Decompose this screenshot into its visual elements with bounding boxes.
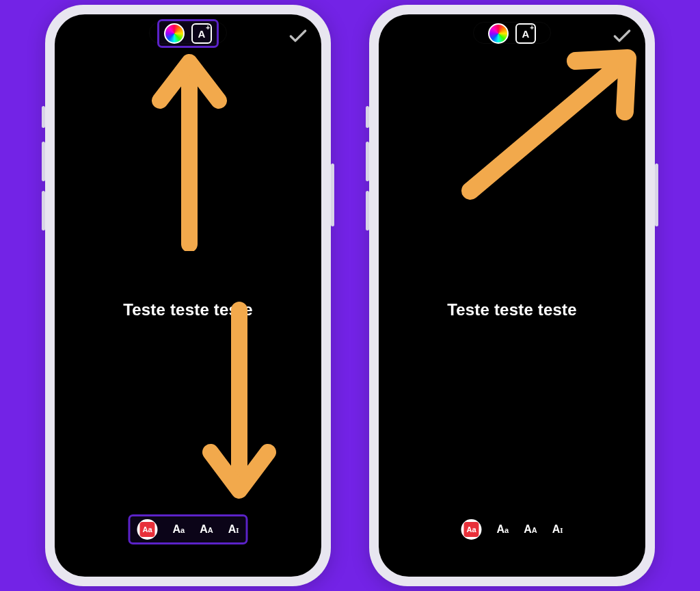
side-button	[331, 163, 334, 226]
side-button	[366, 106, 369, 128]
phone-mockup-2: A + Teste teste teste Aa Aa AA	[369, 5, 655, 586]
annotation-arrow-down	[198, 300, 280, 515]
done-check-button[interactable]	[287, 25, 309, 47]
font-option-2[interactable]: Aa	[496, 523, 509, 536]
font-option-label: Aa	[463, 522, 479, 537]
font-option-1[interactable]: Aa	[137, 519, 157, 540]
font-option-label: Aa	[139, 522, 154, 537]
text-effect-plus: +	[530, 24, 534, 31]
font-style-bar: Aa Aa AA AI	[130, 516, 245, 542]
story-text[interactable]: Teste teste teste	[379, 300, 645, 319]
side-button	[655, 163, 658, 226]
font-option-4[interactable]: AI	[552, 523, 563, 536]
font-option-1[interactable]: Aa	[461, 519, 481, 540]
side-button	[366, 191, 369, 231]
phone-screen: A + Teste teste teste Aa Aa AA	[379, 14, 645, 577]
annotation-arrow-diagonal	[447, 32, 645, 213]
phone-screen: A + Teste teste teste	[55, 14, 321, 577]
font-option-3[interactable]: AA	[524, 523, 537, 536]
svg-line-2	[470, 68, 617, 191]
story-text[interactable]: Teste teste teste	[55, 300, 321, 319]
side-button	[42, 106, 45, 128]
font-option-3[interactable]: AA	[200, 523, 213, 536]
font-option-4[interactable]: AI	[228, 523, 239, 536]
phone-mockup-1: A + Teste teste teste	[45, 5, 331, 586]
font-option-2[interactable]: Aa	[172, 523, 185, 536]
side-button	[42, 191, 45, 231]
text-effect-plus: +	[206, 24, 210, 31]
annotation-arrow-up	[145, 39, 234, 254]
side-button	[366, 142, 369, 181]
font-style-bar: Aa Aa AA AI	[454, 516, 569, 542]
side-button	[42, 142, 45, 181]
text-effect-a: A	[198, 28, 206, 40]
